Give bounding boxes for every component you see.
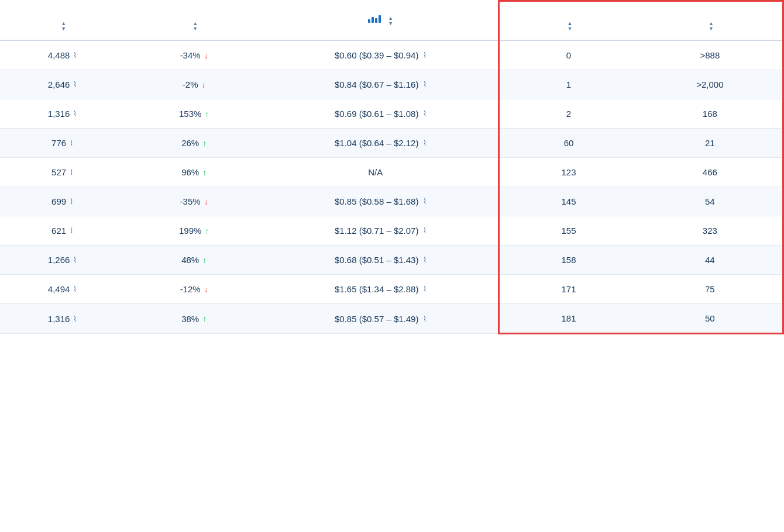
- sort-icon-ppc[interactable]: ▲ ▼: [388, 16, 393, 26]
- cell-svt: -34% ↓: [125, 40, 263, 70]
- sv-sparkline-icon[interactable]: ⌇: [73, 51, 77, 60]
- trend-arrow-up: ↑: [202, 314, 207, 323]
- ppc-sparkline-icon[interactable]: ⌇: [423, 80, 427, 89]
- table-row: 4,494 ⌇ -12% ↓ $1.65 ($1.34 – $2.88) ⌇ 1…: [0, 275, 783, 304]
- cell-sponsored-asins: 1: [499, 70, 638, 99]
- sort-icon-sa[interactable]: ▲ ▼: [568, 21, 573, 32]
- sv-sparkline-icon[interactable]: ⌇: [73, 109, 77, 118]
- cell-search-volume: 621 ⌇: [0, 216, 125, 246]
- col-header-competing-products[interactable]: ▲ ▼: [638, 1, 783, 41]
- cell-svt: -35% ↓: [125, 187, 263, 216]
- cell-svt: 96% ↑: [125, 158, 263, 187]
- table-row: 699 ⌇ -35% ↓ $0.85 ($0.58 – $1.68) ⌇ 145…: [0, 187, 783, 216]
- sv-sparkline-icon[interactable]: ⌇: [73, 315, 77, 323]
- cell-svt: -2% ↓: [125, 70, 263, 99]
- sv-sparkline-icon[interactable]: ⌇: [73, 285, 77, 293]
- cell-search-volume: 4,494 ⌇: [0, 275, 125, 304]
- cell-search-volume: 776 ⌇: [0, 129, 125, 158]
- cell-search-volume: 699 ⌇: [0, 187, 125, 216]
- sv-sparkline-icon[interactable]: ⌇: [73, 80, 77, 89]
- table-row: 1,266 ⌇ 48% ↑ $0.68 ($0.51 – $1.43) ⌇ 15…: [0, 246, 783, 275]
- table-row: 621 ⌇ 199% ↑ $1.12 ($0.71 – $2.07) ⌇ 155…: [0, 216, 783, 246]
- ppc-value: $1.12 ($0.71 – $2.07): [335, 226, 418, 236]
- cell-sponsored-asins: 171: [499, 275, 638, 304]
- sa-value: 60: [564, 138, 574, 148]
- ppc-sparkline-icon[interactable]: ⌇: [423, 51, 427, 60]
- ppc-sparkline-icon[interactable]: ⌇: [423, 255, 427, 264]
- ppc-value: $0.85 ($0.57 – $1.49): [335, 314, 418, 324]
- sv-value: 1,316: [48, 314, 70, 324]
- col-header-sponsored-asins[interactable]: ▲ ▼: [499, 1, 638, 41]
- ppc-value: $0.84 ($0.67 – $1.16): [335, 80, 418, 89]
- trend-arrow-up: ↑: [202, 255, 207, 265]
- sa-value: 0: [566, 50, 571, 60]
- ppc-sparkline-icon[interactable]: ⌇: [423, 197, 427, 206]
- sv-sparkline-icon[interactable]: ⌇: [70, 226, 73, 235]
- table-row: 4,488 ⌇ -34% ↓ $0.60 ($0.39 – $0.94) ⌇ 0…: [0, 40, 783, 70]
- sa-value: 123: [562, 167, 576, 177]
- sa-value: 181: [562, 313, 576, 323]
- sv-sparkline-icon[interactable]: ⌇: [70, 197, 73, 206]
- sa-value: 158: [562, 255, 576, 265]
- cell-sponsored-asins: 181: [499, 304, 638, 334]
- sv-sparkline-icon[interactable]: ⌇: [73, 255, 77, 264]
- table-row: 2,646 ⌇ -2% ↓ $0.84 ($0.67 – $1.16) ⌇ 1 …: [0, 70, 783, 99]
- cell-ppc: $1.04 ($0.64 – $2.12) ⌇: [263, 129, 499, 158]
- sv-value: 4,488: [48, 50, 70, 60]
- cell-competing-products: 50: [638, 304, 783, 334]
- sa-value: 171: [562, 284, 576, 294]
- sort-down-ppc[interactable]: ▼: [388, 21, 393, 26]
- ppc-sparkline-icon[interactable]: ⌇: [423, 315, 427, 323]
- ppc-sparkline-icon[interactable]: ⌇: [423, 139, 427, 147]
- cp-value: 466: [703, 167, 717, 177]
- cell-search-volume: 527 ⌇: [0, 158, 125, 187]
- cell-ppc: $1.65 ($1.34 – $2.88) ⌇: [263, 275, 499, 304]
- cell-competing-products: >888: [638, 40, 783, 70]
- sort-down-cp[interactable]: ▼: [709, 26, 714, 32]
- cell-ppc: N/A: [263, 158, 499, 187]
- cell-sponsored-asins: 123: [499, 158, 638, 187]
- cell-ppc: $1.12 ($0.71 – $2.07) ⌇: [263, 216, 499, 246]
- cp-value: >888: [700, 50, 720, 60]
- table-row: 527 ⌇ 96% ↑ N/A 123 466: [0, 158, 783, 187]
- sv-value: 699: [51, 196, 66, 206]
- table-row: 1,316 ⌇ 38% ↑ $0.85 ($0.57 – $1.49) ⌇ 18…: [0, 304, 783, 334]
- trend-value: -12%: [180, 284, 201, 294]
- sa-value: 155: [562, 226, 576, 236]
- sa-value: 145: [562, 196, 576, 206]
- sv-value: 621: [51, 226, 66, 236]
- sv-value: 527: [51, 167, 66, 177]
- cell-competing-products: 323: [638, 216, 783, 246]
- cell-competing-products: 54: [638, 187, 783, 216]
- sort-icon-svt[interactable]: ▲ ▼: [192, 21, 198, 32]
- cp-value: 21: [705, 138, 715, 148]
- sort-down-svt[interactable]: ▼: [192, 26, 198, 32]
- ppc-value: $0.85 ($0.58 – $1.68): [335, 196, 418, 206]
- cell-competing-products: >2,000: [638, 70, 783, 99]
- ppc-sparkline-icon[interactable]: ⌇: [423, 285, 427, 293]
- col-header-svt[interactable]: ▲ ▼: [125, 1, 263, 41]
- sv-value: 1,266: [48, 255, 70, 265]
- sv-sparkline-icon[interactable]: ⌇: [70, 168, 73, 177]
- cell-competing-products: 168: [638, 99, 783, 129]
- cp-value: >2,000: [696, 80, 723, 89]
- sort-down-sv[interactable]: ▼: [61, 26, 66, 32]
- col-header-ppc[interactable]: ▲ ▼: [263, 1, 499, 41]
- sa-value: 1: [566, 80, 571, 89]
- trend-arrow-up: ↑: [205, 226, 209, 236]
- sort-down-sa[interactable]: ▼: [568, 26, 573, 32]
- cell-svt: 199% ↑: [125, 216, 263, 246]
- sort-icon-sv[interactable]: ▲ ▼: [61, 21, 66, 32]
- sort-icon-cp[interactable]: ▲ ▼: [709, 21, 714, 32]
- ppc-sparkline-icon[interactable]: ⌇: [423, 226, 427, 235]
- cell-sponsored-asins: 2: [499, 99, 638, 129]
- cell-sponsored-asins: 158: [499, 246, 638, 275]
- ppc-sparkline-icon[interactable]: ⌇: [423, 109, 427, 118]
- trend-arrow-down: ↓: [204, 51, 208, 60]
- trend-value: 48%: [181, 255, 199, 265]
- trend-arrow-up: ↑: [205, 109, 209, 119]
- table-row: 776 ⌇ 26% ↑ $1.04 ($0.64 – $2.12) ⌇ 60 2…: [0, 129, 783, 158]
- sv-sparkline-icon[interactable]: ⌇: [70, 139, 73, 147]
- cell-ppc: $0.60 ($0.39 – $0.94) ⌇: [263, 40, 499, 70]
- col-header-search-volume[interactable]: ▲ ▼: [0, 1, 125, 41]
